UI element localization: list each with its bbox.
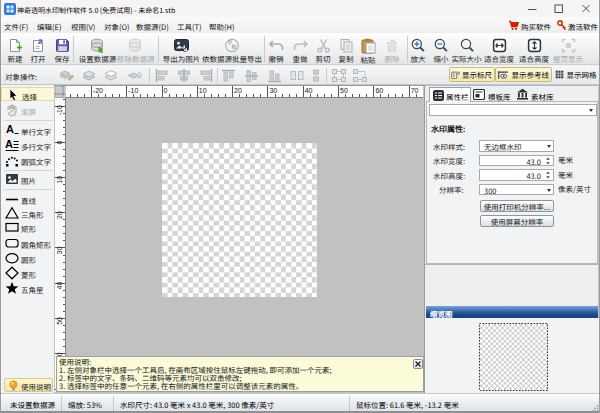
svg-text:50: 50: [56, 317, 63, 325]
svg-text:50: 50: [340, 87, 348, 94]
svg-text:30: 30: [269, 87, 277, 94]
svg-text:A: A: [5, 138, 13, 150]
svg-text:-10: -10: [56, 105, 63, 115]
svg-text:70: 70: [411, 87, 419, 94]
svg-text:10: 10: [56, 176, 63, 184]
svg-text:40: 40: [305, 87, 313, 94]
svg-text:批: 批: [232, 43, 238, 51]
svg-text:-20: -20: [93, 87, 103, 94]
svg-text:-10: -10: [128, 87, 138, 94]
svg-text:20: 20: [56, 211, 63, 219]
svg-text:60: 60: [375, 87, 383, 94]
svg-text:40: 40: [56, 282, 63, 290]
svg-text:20: 20: [234, 87, 242, 94]
svg-text:10: 10: [199, 87, 207, 94]
svg-text:A: A: [6, 123, 14, 135]
svg-text:0: 0: [56, 140, 63, 144]
svg-text:30: 30: [56, 246, 63, 254]
svg-text:0: 0: [164, 87, 168, 94]
